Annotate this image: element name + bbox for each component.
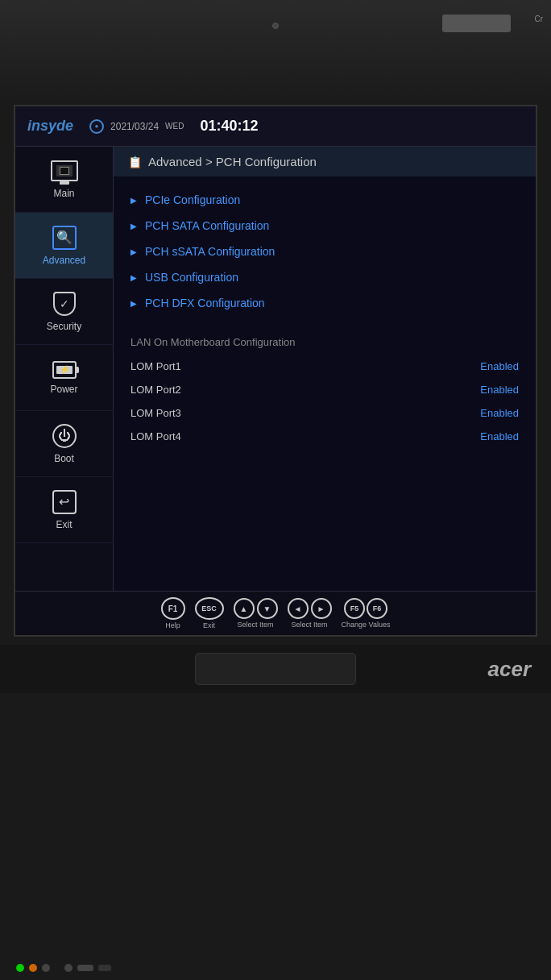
search-icon: 🔍 <box>52 226 77 250</box>
sidebar-item-power[interactable]: ⚡ Power <box>15 345 113 411</box>
datetime-icon: ● <box>89 119 104 134</box>
up-key-button: ▲ <box>234 598 255 619</box>
sidebar-item-main-label: Main <box>53 188 74 199</box>
sidebar-item-exit[interactable]: ↩ Exit <box>15 477 113 543</box>
menu-item-pch-sata-label: PCH SATA Configuration <box>145 219 269 232</box>
laptop-bottom: acer <box>0 645 551 980</box>
lan-item-4-value: Enabled <box>480 430 519 442</box>
power-icon: ⏻ <box>52 424 77 448</box>
palm-rest <box>0 645 551 693</box>
left-key-button: ◄ <box>288 598 309 619</box>
bios-day: WED <box>165 122 184 131</box>
sidebar-item-boot[interactable]: ⏻ Boot <box>15 411 113 477</box>
led-dim2 <box>64 964 72 972</box>
led-power <box>16 964 24 972</box>
sidebar-item-security-label: Security <box>47 321 81 332</box>
camera-notch <box>272 23 279 29</box>
breadcrumb: Advanced > PCH Configuration <box>148 155 317 168</box>
led-dim3 <box>77 965 93 971</box>
sidebar-item-main[interactable]: Main <box>15 147 113 213</box>
breadcrumb-icon: 📋 <box>128 156 142 168</box>
bios-logo: insyde <box>27 118 73 135</box>
sidebar-item-boot-label: Boot <box>54 453 74 464</box>
down-key-button: ▼ <box>257 598 278 619</box>
footer-key-leftright[interactable]: ◄ ► Select Item <box>288 598 332 629</box>
f6-key-button: F6 <box>367 598 387 619</box>
menu-item-pch-ssata[interactable]: ▶ PCH sSATA Configuration <box>128 239 521 264</box>
lan-item-1-label: LOM Port1 <box>130 360 181 372</box>
acer-brand: acer <box>488 657 532 682</box>
f1-key-label: Help <box>165 621 180 629</box>
lan-item-2-label: LOM Port2 <box>130 384 181 396</box>
footer-key-f1[interactable]: F1 Help <box>161 597 185 629</box>
led-dim4 <box>98 965 111 971</box>
sidebar-item-advanced[interactable]: 🔍 Advanced <box>15 213 113 279</box>
menu-item-pcie[interactable]: ▶ PCIe Configuration <box>128 187 521 213</box>
bios-datetime: ● 2021/03/24 WED <box>89 119 184 134</box>
arrow-icon-sata: ▶ <box>130 222 137 230</box>
menu-item-pch-ssata-label: PCH sSATA Configuration <box>145 245 275 258</box>
esc-key-label: Exit <box>203 621 215 629</box>
sidebar-item-power-label: Power <box>50 384 77 395</box>
menu-item-pch-sata[interactable]: ▶ PCH SATA Configuration <box>128 213 521 239</box>
bios-time: 01:40:12 <box>200 118 258 135</box>
lan-item-4-label: LOM Port4 <box>130 430 181 442</box>
lan-section: LAN On Motherboard Configuration LOM Por… <box>114 324 536 456</box>
battery-icon: ⚡ <box>52 361 77 379</box>
lan-item-3-value: Enabled <box>480 407 519 419</box>
lan-item-3-label: LOM Port3 <box>130 407 181 419</box>
status-leds <box>16 964 111 972</box>
arrow-icon-usb: ▶ <box>130 273 137 282</box>
lan-item-1-value: Enabled <box>480 360 519 372</box>
shield-icon: ✓ <box>53 292 76 316</box>
lan-item-3[interactable]: LOM Port3 Enabled <box>128 401 521 425</box>
monitor-icon <box>51 160 78 181</box>
bios-footer: F1 Help ESC Exit ▲ ▼ Select Item ◄ ► Sel… <box>15 591 536 635</box>
bios-body: Main 🔍 Advanced ✓ Security ⚡ P <box>15 147 536 591</box>
menu-item-usb[interactable]: ▶ USB Configuration <box>128 264 521 290</box>
laptop-top-bezel: Cr <box>0 0 551 105</box>
footer-key-esc[interactable]: ESC Exit <box>195 597 224 629</box>
bios-sidebar: Main 🔍 Advanced ✓ Security ⚡ P <box>15 147 114 591</box>
sidebar-item-security[interactable]: ✓ Security <box>15 279 113 345</box>
lan-item-1[interactable]: LOM Port1 Enabled <box>128 355 521 378</box>
bios-screen: insyde ● 2021/03/24 WED 01:40:12 Main <box>14 105 537 637</box>
f5f6-key-label: Change Values <box>342 621 391 629</box>
updown-key-label: Select Item <box>238 621 274 629</box>
arrow-icon-ssata: ▶ <box>130 247 137 256</box>
right-key-button: ► <box>311 598 332 619</box>
led-orange <box>29 964 37 972</box>
menu-item-dfx-label: PCH DFX Configuration <box>145 297 265 309</box>
menu-item-pcie-label: PCIe Configuration <box>145 193 240 206</box>
f5-key-button: F5 <box>344 598 365 619</box>
sidebar-item-advanced-label: Advanced <box>43 255 85 266</box>
f1-key-button: F1 <box>161 597 185 620</box>
lan-item-2-value: Enabled <box>480 384 519 396</box>
bios-header: insyde ● 2021/03/24 WED 01:40:12 <box>15 106 536 147</box>
trackpad[interactable] <box>195 653 356 685</box>
menu-items-section: ▶ PCIe Configuration ▶ PCH SATA Configur… <box>114 183 536 320</box>
slider-widget[interactable] <box>442 15 511 32</box>
led-dim1 <box>42 964 50 972</box>
breadcrumb-bar: 📋 Advanced > PCH Configuration <box>114 147 536 176</box>
bios-content: 📋 Advanced > PCH Configuration ▶ PCIe Co… <box>114 147 536 591</box>
esc-key-button: ESC <box>195 597 224 620</box>
arrow-icon-pcie: ▶ <box>130 196 137 205</box>
cr-label: Cr <box>534 15 543 23</box>
leftright-key-label: Select Item <box>292 621 328 629</box>
exit-icon: ↩ <box>52 490 77 514</box>
lan-item-2[interactable]: LOM Port2 Enabled <box>128 378 521 401</box>
lan-section-title: LAN On Motherboard Configuration <box>128 332 521 355</box>
menu-item-dfx[interactable]: ▶ PCH DFX Configuration <box>128 290 521 316</box>
menu-item-usb-label: USB Configuration <box>145 271 238 284</box>
lan-item-4[interactable]: LOM Port4 Enabled <box>128 425 521 448</box>
sidebar-item-exit-label: Exit <box>56 519 72 530</box>
bios-date: 2021/03/24 <box>110 121 159 132</box>
footer-key-updown[interactable]: ▲ ▼ Select Item <box>234 598 278 629</box>
arrow-icon-dfx: ▶ <box>130 299 137 308</box>
footer-key-f5f6[interactable]: F5 F6 Change Values <box>342 598 391 629</box>
